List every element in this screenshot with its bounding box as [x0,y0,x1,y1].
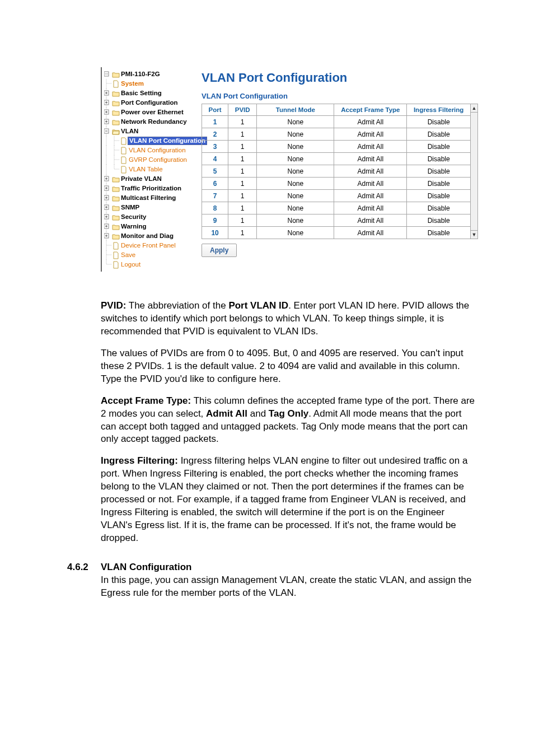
nav-label: VLAN [120,128,138,135]
cell-ingress[interactable]: Disable [407,178,471,190]
cell-pvid[interactable]: 1 [228,214,257,227]
nav-traffic-prioritization[interactable]: Traffic Prioritization [104,184,194,193]
cell-pvid[interactable]: 1 [228,227,257,239]
scroll-up-icon[interactable]: ▲ [471,104,477,113]
cell-ingress[interactable]: Disable [407,141,471,153]
nav-network-redundancy[interactable]: Network Redundancy [104,117,194,127]
cell-ingress[interactable]: Disable [407,202,471,214]
col-pvid: PVID [228,104,257,116]
cell-tunnel[interactable]: None [257,214,334,227]
paragraph-ingress-filtering: Ingress Filtering: Ingress filtering hel… [101,455,478,545]
table-row: 71NoneAdmit AllDisable [202,190,471,202]
nav-multicast-filtering[interactable]: Multicast Filtering [104,193,194,203]
cell-accept[interactable]: Admit All [334,153,407,165]
content-pane: VLAN Port Configuration VLAN Port Config… [194,67,478,272]
nav-system[interactable]: System [104,79,194,88]
nav-label: Security [120,214,146,221]
cell-tunnel[interactable]: None [257,202,334,214]
nav-label: Private VLAN [120,176,162,183]
cell-pvid[interactable]: 1 [228,202,257,214]
cell-port: 3 [202,141,228,153]
scroll-track[interactable] [471,113,477,230]
cell-pvid[interactable]: 1 [228,116,257,128]
cell-accept[interactable]: Admit All [334,227,407,239]
nav-label: Power over Ethernet [120,109,184,116]
nav-vlan-table[interactable]: VLAN Table [104,165,194,174]
nav-label: Save [120,252,135,259]
nav-label: Network Redundancy [120,119,187,125]
page-icon [120,147,128,155]
nav-vlan-config[interactable]: VLAN Configuration [104,146,194,155]
cell-accept[interactable]: Admit All [334,141,407,153]
table-row: 11NoneAdmit AllDisable [202,116,471,128]
folder-icon [112,194,120,202]
nav-label: System [120,81,144,87]
cell-pvid[interactable]: 1 [228,178,257,190]
cell-accept[interactable]: Admit All [334,190,407,202]
cell-pvid[interactable]: 1 [228,128,257,141]
cell-tunnel[interactable]: None [257,178,334,190]
cell-pvid[interactable]: 1 [228,165,257,178]
cell-tunnel[interactable]: None [257,116,334,128]
cell-ingress[interactable]: Disable [407,190,471,202]
nav-save[interactable]: Save [104,250,194,260]
nav-gvrp-config[interactable]: GVRP Configuration [104,155,194,165]
cell-pvid[interactable]: 1 [228,190,257,202]
nav-vlan[interactable]: VLAN [104,127,194,136]
cell-ingress[interactable]: Disable [407,116,471,128]
page-title: VLAN Port Configuration [202,71,478,85]
nav-label: Device Front Panel [120,242,176,249]
nav-port-config[interactable]: Port Configuration [104,98,194,108]
nav-private-vlan[interactable]: Private VLAN [104,174,194,184]
cell-tunnel[interactable]: None [257,190,334,202]
folder-icon [112,109,120,116]
cell-ingress[interactable]: Disable [407,227,471,239]
cell-port: 4 [202,153,228,165]
nav-device-front-panel[interactable]: Device Front Panel [104,241,194,250]
cell-tunnel[interactable]: None [257,128,334,141]
cell-tunnel[interactable]: None [257,153,334,165]
cell-port: 10 [202,227,228,239]
nav-label: Traffic Prioritization [120,185,181,192]
col-port: Port [202,104,228,116]
cell-accept[interactable]: Admit All [334,178,407,190]
nav-vlan-port-config[interactable]: VLAN Port Configuration [104,136,194,146]
table-scrollbar[interactable]: ▲ ▼ [471,104,478,239]
apply-button[interactable]: Apply [202,244,237,257]
cell-accept[interactable]: Admit All [334,214,407,227]
cell-ingress[interactable]: Disable [407,165,471,178]
cell-port: 1 [202,116,228,128]
cell-ingress[interactable]: Disable [407,214,471,227]
folder-icon [112,90,120,97]
folder-icon [112,118,120,126]
cell-ingress[interactable]: Disable [407,128,471,141]
nav-monitor-diag[interactable]: Monitor and Diag [104,231,194,241]
page-icon [120,156,128,164]
nav-warning[interactable]: Warning [104,222,194,231]
cell-tunnel[interactable]: None [257,227,334,239]
cell-tunnel[interactable]: None [257,165,334,178]
cell-pvid[interactable]: 1 [228,141,257,153]
table-row: 101NoneAdmit AllDisable [202,227,471,239]
cell-tunnel[interactable]: None [257,141,334,153]
nav-root[interactable]: PMI-110-F2G [104,69,194,79]
folder-icon [112,99,120,107]
nav-poe[interactable]: Power over Ethernet [104,108,194,117]
nav-basic-setting[interactable]: Basic Setting [104,88,194,98]
folder-icon [112,185,120,193]
nav-label: Logout [120,262,140,268]
nav-snmp[interactable]: SNMP [104,203,194,212]
scroll-down-icon[interactable]: ▼ [471,230,477,239]
nav-label: Multicast Filtering [120,195,176,202]
cell-accept[interactable]: Admit All [334,116,407,128]
table-row: 21NoneAdmit AllDisable [202,128,471,141]
cell-accept[interactable]: Admit All [334,202,407,214]
cell-accept[interactable]: Admit All [334,165,407,178]
cell-ingress[interactable]: Disable [407,153,471,165]
nav-logout[interactable]: Logout [104,260,194,269]
folder-open-icon [112,128,120,136]
cell-accept[interactable]: Admit All [334,128,407,141]
cell-pvid[interactable]: 1 [228,153,257,165]
nav-security[interactable]: Security [104,212,194,222]
cell-port: 5 [202,165,228,178]
